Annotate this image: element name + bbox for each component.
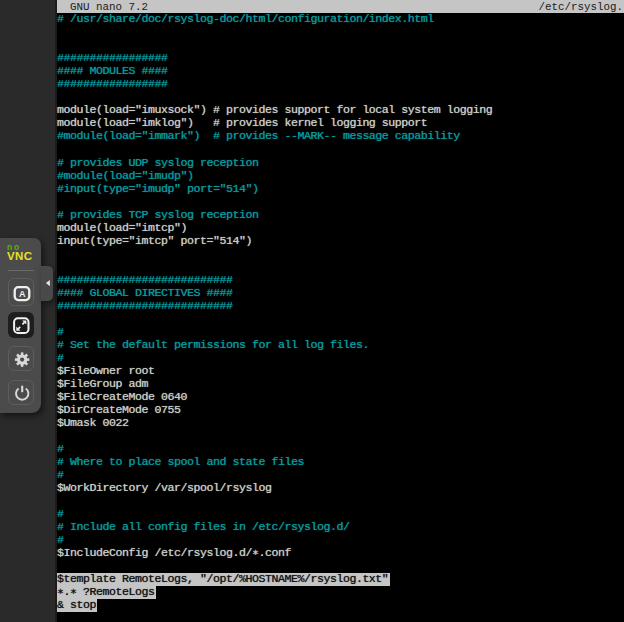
svg-text:A: A — [18, 288, 25, 298]
